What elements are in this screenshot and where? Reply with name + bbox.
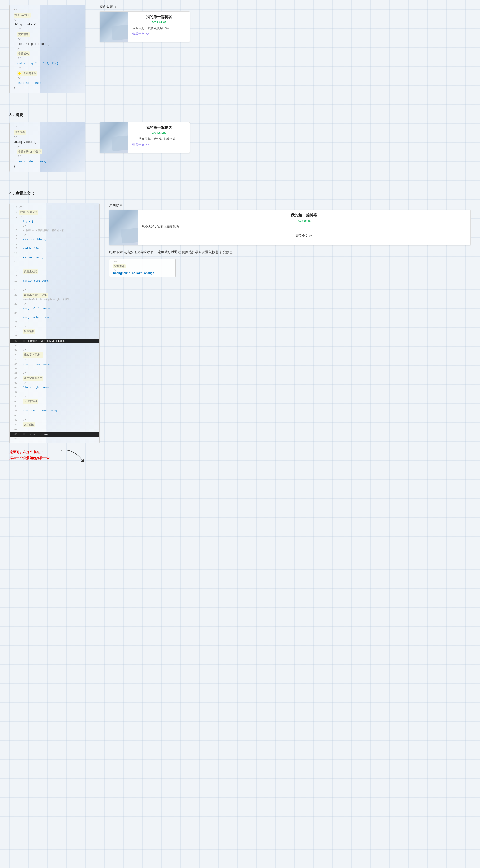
code-line: */: [13, 135, 82, 140]
code-line: 设置内边距: [17, 71, 82, 76]
code-line: /*: [13, 125, 82, 130]
blog-card-image-4: [110, 210, 138, 245]
code-row-35: 35 text-align: center;: [10, 362, 99, 367]
code-line: */: [17, 57, 82, 61]
code-row-31: 31: [10, 343, 99, 348]
code-line: text-indent: 2em;: [17, 159, 82, 164]
code-line: */: [113, 268, 172, 272]
section3-title: 4．查看全文 ：: [9, 191, 471, 196]
code-row-38: 38 让文字垂直居中: [10, 376, 99, 381]
blog-card-title-4: 我的第一篇博客: [142, 213, 467, 218]
code-line: */: [13, 18, 82, 22]
code-row-13: 13: [10, 260, 99, 265]
code-line: 设置颜色: [17, 52, 82, 57]
code-row-6: 6 a 标签不不可以按照我们，特殊的元素: [10, 228, 99, 233]
blog-card-content-4: 我的第一篇博客 2023-03-02 从今天起，我要认真敲代码 查看全文 >>: [138, 210, 470, 245]
code-row-16: 16 */: [10, 274, 99, 279]
small-code-box: /* 背景颜色 */ background-color: orange;: [109, 259, 176, 277]
code-row-17: 17 margin-top: 20px;: [10, 279, 99, 283]
code-line: 文本居中: [17, 32, 82, 37]
blog-card-2: 我的第一篇博客 2023-03-02 从今天起，我要认真敲代码 查看全文 >>: [100, 122, 190, 153]
code-row-21: 21 margin-left 和 margin-right 来设置: [10, 298, 99, 302]
blog-card-title-1: 我的第一篇博客: [132, 14, 186, 20]
section-desc: 3．摘要 /* 设置摘要 */ .blog .desc { /* 设置缩进 2 …: [9, 113, 471, 172]
code-panel-1: /* 设置 II数： */ .blog .data { /* 文本居中 */ t…: [9, 5, 86, 93]
code-row-32: 32 /*: [10, 348, 99, 352]
code-row-10: 10 width: 120px;: [10, 246, 99, 251]
preview-label-1: 页面效果 ：: [100, 5, 190, 9]
blog-card-image-1: [100, 12, 128, 42]
code-row-33: 33 让文字水平居中: [10, 352, 99, 358]
code-row-24: 24: [10, 311, 99, 315]
code-row-41: 41: [10, 390, 99, 394]
code-row-37: 37 /*: [10, 371, 99, 376]
code-line: 设置摘要: [13, 130, 82, 135]
blog-card-desc-4: 从今天起，我要认真敲代码: [142, 224, 467, 229]
code-row-22: 22 */: [10, 302, 99, 306]
code-row-14: 14 /*: [10, 265, 99, 269]
code-row-9: 9: [10, 242, 99, 246]
code-line: .blog .desc {: [13, 140, 82, 145]
code-row-3: 3 */: [10, 215, 99, 219]
section4-right: 页面效果 ： 我的第一篇博客 2023-03-02 从今天起，我要认真敲代码 查…: [109, 203, 471, 277]
annotation-area: 这里可以在这个 按钮上添加一个背景颜色好看一些 ．: [9, 446, 100, 465]
preview-panel-1: 页面效果 ： 我的第一篇博客 2023-03-02 从今天起，我要认真敲代码 查…: [100, 5, 190, 42]
code-row-1: 1 /*: [10, 205, 99, 210]
blog-card-content-1: 我的第一篇博客 2023-03-02 从今天起，我要认真敲代码 查看全文 >>: [128, 12, 190, 42]
code-row-40: 40 line-height: 40px;: [10, 385, 99, 390]
code-row-45: 45 text-decoration: none;: [10, 409, 99, 413]
code-line: /*: [17, 47, 82, 52]
code-row-8: 8 display: block;: [10, 237, 99, 242]
code-row-19: 19 /*: [10, 288, 99, 292]
page-effect-label-4: 页面效果 ：: [109, 203, 471, 207]
code-row-25: 25 margin-right: auto;: [10, 315, 99, 320]
code-row-50: 50 color : black;: [10, 432, 99, 437]
code-line: text-align: center;: [17, 42, 82, 46]
blog-card-link-1[interactable]: 查看全文 >>: [132, 32, 149, 36]
preview-panel-2: 我的第一篇博客 2023-03-02 从今天起，我要认真敲代码 查看全文 >>: [100, 122, 190, 153]
code-line: }: [13, 86, 82, 90]
blog-card-link-2[interactable]: 查看全文 >>: [132, 143, 149, 146]
code-line: /*: [17, 66, 82, 71]
code-row-39: 39 */: [10, 381, 99, 385]
code-row-44: 44 */: [10, 404, 99, 409]
code-line: }: [13, 164, 82, 169]
blog-card-date-4: 2023-03-02: [142, 219, 467, 223]
code-line: color: rgb(15, 189, 114);: [17, 61, 82, 66]
code-row-26: 26: [10, 320, 99, 324]
section-blog-data: /* 设置 II数： */ .blog .data { /* 文本居中 */ t…: [9, 5, 471, 93]
read-more-button[interactable]: 查看全文 >>: [290, 230, 318, 240]
explanation-text: 此时 鼠标点击按钮没有啥效果 ，这里就可以通过 伪类选择器来设置鼠标悬停 变颜色…: [109, 249, 471, 255]
code-row-48: 48 文字颜色: [10, 422, 99, 427]
code-row-15: 15 设置上边距: [10, 269, 99, 274]
code-line: */: [17, 154, 82, 159]
code-panel-tall: 1 /* 2 设置 查看全文 3 */ 4 .bl: [9, 203, 100, 443]
code-row-7: 7 */: [10, 233, 99, 237]
section1-layout: /* 设置 II数： */ .blog .data { /* 文本居中 */ t…: [9, 5, 471, 93]
code-row-42: 42 /*: [10, 395, 99, 399]
code-row-51: 51 }: [10, 437, 99, 441]
blog-card-title-2: 我的第一篇博客: [132, 125, 186, 130]
code-row-27: 27 /*: [10, 324, 99, 329]
code-row-29: 29 */: [10, 334, 99, 339]
section2-title: 3．摘要: [9, 113, 471, 118]
section2-layout: /* 设置摘要 */ .blog .desc { /* 设置缩进 2 个汉字 *…: [9, 122, 471, 172]
code-line: 设置缩进 2 个汉字: [17, 150, 82, 154]
code-line: 背景颜色: [113, 264, 172, 268]
code-line: .blog .data {: [13, 22, 82, 27]
code-row-11: 11: [10, 251, 99, 255]
code-line: /*: [17, 145, 82, 150]
blog-card-image-2: [100, 122, 128, 153]
code-row-4: 4 .blog a {: [10, 219, 99, 224]
blog-card-date-1: 2023-03-02: [132, 21, 186, 24]
code-row-43: 43 去掉下划线: [10, 399, 99, 404]
section4-layout: 1 /* 2 设置 查看全文 3 */ 4 .bl: [9, 203, 471, 465]
blog-card-4: 我的第一篇博客 2023-03-02 从今天起，我要认真敲代码 查看全文 >>: [109, 210, 471, 245]
code-row-23: 23 margin-left: auto;: [10, 306, 99, 311]
code-panel-2: /* 设置摘要 */ .blog .desc { /* 设置缩进 2 个汉字 *…: [9, 122, 86, 172]
annotation-text: 这里可以在这个 按钮上添加一个背景颜色好看一些 ．: [9, 449, 54, 461]
blog-card-1: 我的第一篇博客 2023-03-02 从今天起，我要认真敲代码 查看全文 >>: [100, 11, 190, 42]
code-row-49: 49 */: [10, 427, 99, 432]
section-readmore-title: 4．查看全文 ：: [9, 191, 471, 196]
code-row-2: 2 设置 查看全文: [10, 210, 99, 215]
